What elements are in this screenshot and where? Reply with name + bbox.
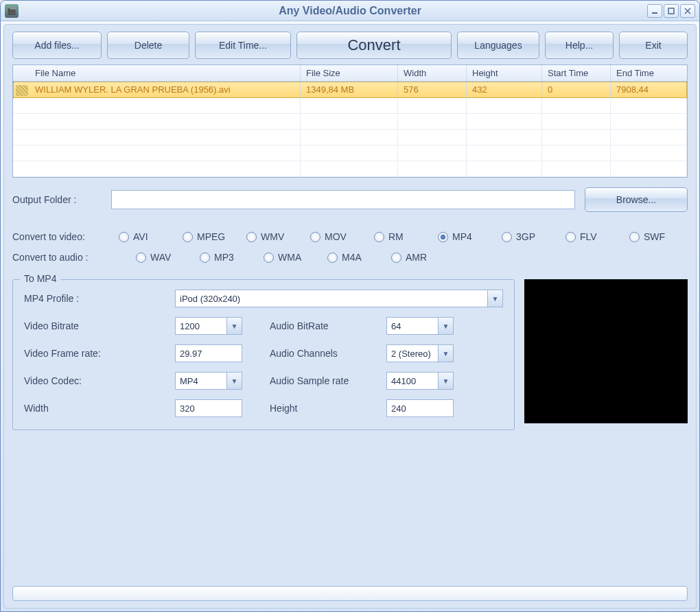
exit-button[interactable]: Exit	[619, 32, 688, 59]
cell-filename: WILLIAM WYLER. LA GRAN PRUEBA (1956).avi	[30, 82, 301, 98]
radio-dot-icon	[629, 232, 640, 242]
cell-height: 432	[467, 82, 542, 98]
grid-header-starttime[interactable]: Start Time	[542, 65, 611, 81]
radio-option-wav[interactable]: WAV	[136, 252, 194, 263]
radio-option-flv[interactable]: FLV	[565, 231, 624, 242]
width-label: Width	[24, 403, 175, 414]
radio-label: AVI	[133, 231, 148, 242]
grid-header-filesize[interactable]: File Size	[301, 65, 398, 81]
width-input[interactable]	[175, 399, 242, 417]
radio-option-mov[interactable]: MOV	[310, 231, 369, 242]
edit-time-button[interactable]: Edit Time...	[195, 32, 291, 59]
radio-option-3gp[interactable]: 3GP	[502, 231, 560, 242]
radio-option-swf[interactable]: SWF	[629, 231, 688, 242]
video-bitrate-value: 1200	[180, 321, 200, 331]
titlebar: 🎬 Any Video/Audio Converter	[1, 1, 699, 21]
profile-select[interactable]: iPod (320x240) ▼	[175, 290, 503, 307]
radio-option-wma[interactable]: WMA	[264, 252, 322, 263]
minimize-button[interactable]	[647, 4, 662, 18]
chevron-down-icon: ▼	[438, 373, 453, 389]
toolbar: Add files... Delete Edit Time... Convert…	[12, 32, 688, 59]
audio-samplerate-select[interactable]: 44100 ▼	[386, 372, 454, 390]
output-folder-input[interactable]	[111, 190, 575, 209]
video-bitrate-select[interactable]: 1200 ▼	[175, 317, 242, 335]
help-button[interactable]: Help...	[545, 32, 614, 59]
grid-header: File Name File Size Width Height Start T…	[13, 65, 687, 82]
grid-header-height[interactable]: Height	[467, 65, 542, 81]
video-format-label: Convert to video:	[12, 231, 119, 242]
radio-dot-icon	[310, 232, 320, 242]
radio-dot-icon	[565, 232, 576, 242]
output-folder-row: Output Folder : Browse...	[12, 187, 688, 212]
audio-bitrate-label: Audio BitRate	[270, 320, 386, 331]
audio-channels-label: Audio Channels	[270, 348, 386, 359]
radio-label: M4A	[342, 252, 362, 263]
video-preview	[524, 279, 688, 423]
video-framerate-input[interactable]	[175, 344, 242, 362]
convert-button[interactable]: Convert	[296, 32, 452, 59]
cell-filesize: 1349,84 MB	[301, 82, 398, 98]
audio-format-label: Convert to audio :	[12, 252, 136, 263]
audio-samplerate-label: Audio Sample rate	[270, 375, 386, 386]
video-format-group: Convert to video: AVIMPEGWMVMOVRMMP43GPF…	[12, 231, 688, 242]
languages-button[interactable]: Languages	[457, 32, 539, 59]
radio-label: 3GP	[516, 231, 535, 242]
maximize-button[interactable]	[664, 4, 679, 18]
audio-samplerate-value: 44100	[391, 376, 416, 386]
grid-header-endtime[interactable]: End Time	[611, 65, 687, 81]
grid-header-filename[interactable]: File Name	[30, 65, 301, 81]
window-title: Any Video/Audio Converter	[1, 5, 699, 17]
radio-label: MPEG	[197, 231, 225, 242]
browse-button[interactable]: Browse...	[585, 187, 688, 212]
cell-endtime: 7908,44	[611, 82, 687, 98]
radio-dot-icon	[327, 252, 338, 263]
audio-bitrate-select[interactable]: 64 ▼	[386, 317, 454, 335]
svg-rect-1	[668, 8, 674, 14]
radio-dot-icon	[246, 232, 257, 242]
app-icon: 🎬	[5, 4, 19, 18]
file-type-icon	[13, 82, 30, 98]
radio-option-rm[interactable]: RM	[374, 231, 432, 242]
audio-bitrate-value: 64	[391, 321, 401, 331]
delete-button[interactable]: Delete	[107, 32, 189, 59]
settings-fieldset: To MP4 MP4 Profile : iPod (320x240) ▼ Vi…	[12, 279, 515, 430]
radio-dot-icon	[183, 232, 193, 242]
audio-channels-value: 2 (Stereo)	[391, 349, 431, 359]
profile-value: iPod (320x240)	[180, 294, 240, 304]
height-input[interactable]	[386, 399, 454, 417]
radio-option-mpeg[interactable]: MPEG	[183, 231, 241, 242]
height-label: Height	[270, 403, 386, 414]
radio-dot-icon	[119, 232, 129, 242]
profile-label: MP4 Profile :	[24, 293, 175, 304]
radio-option-m4a[interactable]: M4A	[327, 252, 386, 263]
table-row[interactable]: WILLIAM WYLER. LA GRAN PRUEBA (1956).avi…	[13, 82, 687, 98]
window-controls	[647, 4, 695, 18]
radio-label: WMA	[278, 252, 301, 263]
radio-label: SWF	[644, 231, 665, 242]
video-framerate-label: Video Frame rate:	[24, 348, 175, 359]
grid-header-width[interactable]: Width	[398, 65, 467, 81]
radio-dot-icon	[264, 252, 274, 263]
grid-body: WILLIAM WYLER. LA GRAN PRUEBA (1956).avi…	[13, 82, 687, 177]
radio-option-avi[interactable]: AVI	[119, 231, 177, 242]
radio-option-mp4[interactable]: MP4	[438, 231, 496, 242]
progress-area	[12, 569, 688, 601]
video-codec-select[interactable]: MP4 ▼	[175, 372, 242, 390]
chevron-down-icon: ▼	[226, 373, 242, 389]
settings-legend: To MP4	[20, 273, 60, 284]
chevron-down-icon: ▼	[226, 318, 242, 334]
radio-dot-icon	[200, 252, 210, 263]
chevron-down-icon: ▼	[438, 345, 453, 362]
radio-option-amr[interactable]: AMR	[391, 252, 450, 263]
audio-channels-select[interactable]: 2 (Stereo) ▼	[386, 344, 454, 362]
chevron-down-icon: ▼	[438, 318, 453, 334]
radio-label: FLV	[580, 231, 597, 242]
radio-dot-icon	[374, 232, 384, 242]
radio-option-wmv[interactable]: WMV	[246, 231, 305, 242]
close-button[interactable]	[680, 4, 695, 18]
radio-option-mp3[interactable]: MP3	[200, 252, 258, 263]
app-window: 🎬 Any Video/Audio Converter Add files...…	[0, 0, 700, 612]
video-codec-label: Video Codec:	[24, 375, 175, 386]
add-files-button[interactable]: Add files...	[12, 32, 102, 59]
radio-dot-icon	[438, 232, 448, 242]
